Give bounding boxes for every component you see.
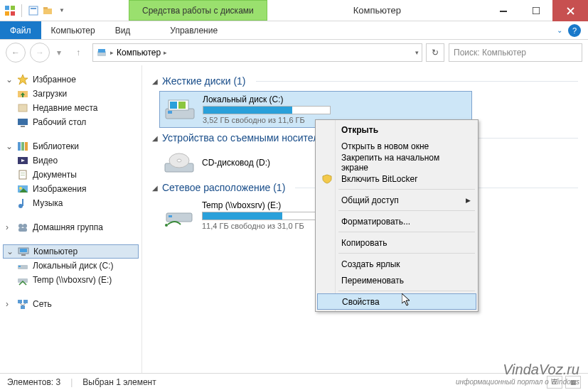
capacity-fill bbox=[203, 107, 292, 114]
ctx-share[interactable]: Общий доступ▶ bbox=[317, 192, 476, 208]
history-dropdown[interactable]: ▾ bbox=[54, 48, 64, 58]
quick-access-toolbar: ▼ bbox=[0, 0, 72, 21]
back-button[interactable]: ← bbox=[6, 43, 26, 63]
separator bbox=[256, 81, 578, 82]
minimize-button[interactable] bbox=[487, 0, 520, 21]
svg-rect-43 bbox=[23, 300, 28, 303]
ctx-rename[interactable]: Переименовать bbox=[317, 272, 476, 288]
chevron-down-icon[interactable]: ⌄ bbox=[557, 26, 562, 34]
sidebar-item-label: Библиотеки bbox=[33, 141, 79, 151]
sidebar-item-label: Сеть bbox=[33, 299, 52, 309]
computer-icon bbox=[18, 246, 29, 257]
hdd-icon bbox=[164, 97, 196, 121]
capacity-fill bbox=[203, 212, 282, 220]
ctx-pin-start[interactable]: Закрепить на начальном экране bbox=[317, 154, 476, 170]
sidebar-item-label: Музыка bbox=[33, 198, 63, 208]
forward-button[interactable]: → bbox=[30, 43, 50, 63]
breadcrumb-item[interactable]: Компьютер ▸ bbox=[117, 48, 167, 58]
svg-rect-22 bbox=[25, 142, 28, 151]
video-icon bbox=[17, 155, 28, 166]
svg-rect-26 bbox=[21, 173, 25, 173]
ctx-create-shortcut[interactable]: Создать ярлык bbox=[317, 256, 476, 272]
sidebar-item-downloads[interactable]: Загрузки bbox=[3, 87, 139, 101]
titlebar: ▼ Средства работы с дисками Компьютер bbox=[0, 0, 588, 21]
capacity-bar bbox=[203, 106, 331, 114]
svg-rect-37 bbox=[20, 249, 27, 252]
sidebar-item-label: Temp (\\vboxsrv) (E:) bbox=[33, 275, 112, 285]
svg-rect-19 bbox=[21, 126, 25, 127]
collapse-icon[interactable]: ⌄ bbox=[6, 75, 13, 85]
svg-rect-35 bbox=[18, 228, 27, 232]
ctx-format[interactable]: Форматировать... bbox=[317, 213, 476, 229]
sidebar-homegroup[interactable]: › Домашняя группа bbox=[3, 220, 139, 234]
help-icon[interactable]: ? bbox=[568, 24, 581, 37]
sidebar-item-documents[interactable]: Документы bbox=[3, 168, 139, 182]
pictures-icon bbox=[17, 183, 28, 195]
svg-marker-58 bbox=[402, 293, 410, 305]
sidebar-item-label: Домашняя группа bbox=[33, 222, 103, 232]
shield-icon bbox=[321, 173, 333, 185]
submenu-arrow-icon: ▶ bbox=[466, 197, 471, 204]
sidebar-favorites[interactable]: ⌄ Избранное bbox=[3, 72, 139, 87]
svg-rect-5 bbox=[31, 8, 36, 9]
tab-computer[interactable]: Компьютер bbox=[41, 21, 105, 39]
search-input[interactable]: Поиск: Компьютер bbox=[449, 43, 582, 62]
chevron-down-icon[interactable]: ▼ bbox=[56, 5, 68, 16]
separator bbox=[338, 291, 475, 291]
refresh-button[interactable]: ↻ bbox=[426, 43, 444, 62]
ctx-copy[interactable]: Копировать bbox=[317, 234, 476, 251]
sidebar-item-music[interactable]: Музыка bbox=[3, 196, 139, 210]
svg-rect-38 bbox=[21, 254, 26, 256]
up-button[interactable]: ↑ bbox=[68, 43, 88, 63]
ctx-bitlocker[interactable]: Включить BitLocker bbox=[317, 170, 476, 187]
svg-rect-18 bbox=[18, 119, 28, 125]
sidebar-item-pictures[interactable]: Изображения bbox=[3, 182, 139, 196]
group-header-hdd[interactable]: ◢ Жесткие диски (1) bbox=[152, 75, 578, 87]
capacity-bar bbox=[202, 212, 330, 220]
ctx-open[interactable]: Открыть bbox=[317, 121, 476, 138]
collapse-icon[interactable]: ◢ bbox=[152, 134, 158, 142]
recent-icon bbox=[17, 102, 28, 114]
close-button[interactable] bbox=[552, 0, 588, 21]
svg-rect-0 bbox=[5, 6, 9, 10]
sidebar-item-label: Избранное bbox=[33, 75, 76, 85]
sidebar-item-videos[interactable]: Видео bbox=[3, 153, 139, 168]
separator bbox=[338, 232, 475, 232]
address-bar[interactable]: ▸ Компьютер ▸ ▾ bbox=[92, 43, 422, 62]
libraries-icon bbox=[17, 141, 28, 152]
collapse-icon[interactable]: ⌄ bbox=[6, 247, 14, 256]
svg-line-45 bbox=[20, 303, 23, 305]
breadcrumb-label: Компьютер bbox=[117, 48, 161, 58]
tab-view[interactable]: Вид bbox=[105, 21, 141, 39]
ribbon-contextual-tab-title: Средства работы с дисками bbox=[129, 0, 267, 21]
expand-icon[interactable]: › bbox=[6, 299, 13, 309]
properties-icon[interactable] bbox=[28, 5, 39, 16]
expand-icon[interactable]: › bbox=[6, 222, 13, 232]
address-dropdown-icon[interactable]: ▾ bbox=[415, 49, 419, 56]
maximize-button[interactable] bbox=[520, 0, 552, 21]
sidebar-libraries[interactable]: ⌄ Библиотеки bbox=[3, 139, 139, 153]
homegroup-icon bbox=[17, 222, 28, 233]
ctx-properties[interactable]: Свойства bbox=[317, 293, 476, 310]
svg-rect-9 bbox=[533, 7, 540, 14]
sidebar-item-local-disk[interactable]: Локальный диск (C:) bbox=[3, 259, 139, 273]
star-icon bbox=[17, 74, 28, 85]
tab-file[interactable]: Файл bbox=[0, 21, 41, 39]
folder-icon[interactable] bbox=[42, 5, 53, 16]
network-icon bbox=[17, 298, 28, 310]
tab-manage[interactable]: Управление bbox=[160, 21, 228, 39]
sidebar-computer[interactable]: ⌄ Компьютер bbox=[3, 244, 139, 259]
sidebar-item-network-drive[interactable]: Temp (\\vboxsrv) (E:) bbox=[3, 273, 139, 287]
collapse-icon[interactable]: ⌄ bbox=[6, 141, 13, 151]
svg-rect-1 bbox=[11, 6, 15, 10]
folder-icon bbox=[17, 88, 28, 99]
collapse-icon[interactable]: ◢ bbox=[152, 184, 158, 192]
breadcrumb-root[interactable]: ▸ bbox=[96, 47, 114, 58]
sidebar-item-label: Локальный диск (C:) bbox=[33, 261, 114, 271]
desktop-icon bbox=[17, 117, 28, 128]
sidebar-item-desktop[interactable]: Рабочий стол bbox=[3, 115, 139, 129]
svg-rect-2 bbox=[5, 11, 9, 16]
collapse-icon[interactable]: ◢ bbox=[152, 77, 158, 85]
sidebar-item-recent[interactable]: Недавние места bbox=[3, 101, 139, 115]
sidebar-network[interactable]: › Сеть bbox=[3, 297, 139, 311]
